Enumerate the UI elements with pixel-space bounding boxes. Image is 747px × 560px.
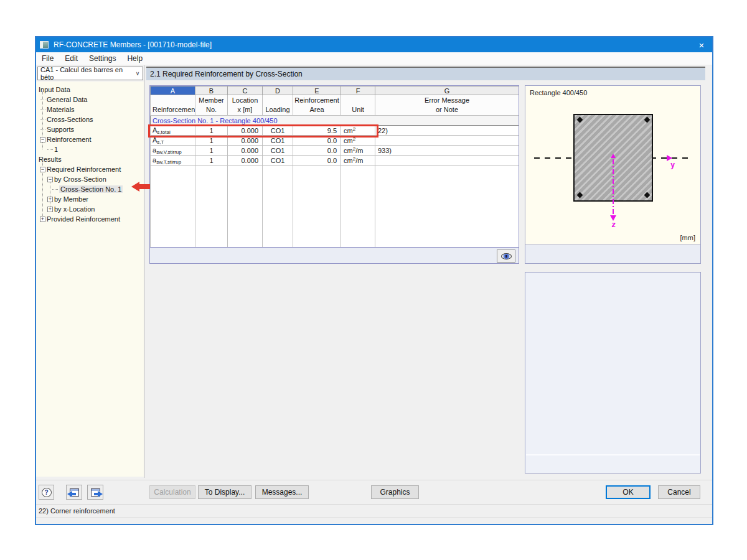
ok-button[interactable]: OK	[606, 485, 651, 499]
tree-stub	[40, 129, 45, 130]
close-icon: ×	[699, 40, 705, 50]
minus-icon[interactable]: −	[40, 137, 45, 142]
cell-note[interactable]	[375, 136, 519, 146]
table-row: asw,T,stirrup 1 0.000 CO1 0.0 cm2/m	[151, 156, 519, 166]
cell-area[interactable]: 0.0	[293, 146, 341, 156]
cell-loading[interactable]: CO1	[263, 156, 293, 166]
to-display-button[interactable]: To Display...	[198, 485, 251, 499]
tree-item-provided-reinforcement[interactable]: +Provided Reinforcement	[40, 214, 120, 224]
chevron-down-icon: ∨	[133, 70, 143, 77]
tree-stub	[40, 110, 45, 110]
tree-item-cross-sections[interactable]: Cross-Sections	[40, 114, 93, 124]
calculation-button[interactable]: Calculation	[149, 485, 195, 499]
unit-label: [mm]	[680, 234, 695, 241]
cell-area[interactable]: 0.0	[293, 156, 341, 166]
y-axis-label: y	[670, 161, 675, 169]
cell-member-no[interactable]: 1	[195, 156, 228, 166]
cell-member-no[interactable]: 1	[195, 146, 228, 156]
tree-item-required-reinforcement[interactable]: −Required Reinforcement	[40, 164, 121, 174]
tree-item-supports[interactable]: Supports	[40, 124, 74, 134]
cell-reinforcement-type[interactable]: asw,T,stirrup	[151, 156, 195, 166]
messages-button[interactable]: Messages...	[255, 485, 309, 499]
minus-icon[interactable]: −	[47, 177, 53, 182]
cell-note[interactable]: 933)	[375, 146, 519, 156]
graphic-title: Rectangle 400/450	[530, 89, 587, 96]
menu-help[interactable]: Help	[121, 53, 148, 64]
cell-unit[interactable]: cm2/m	[341, 146, 375, 156]
results-table-panel: A B C D E F G Reinforcement MemberNo. Lo…	[149, 85, 519, 264]
header-location: Locationx [m]	[228, 95, 263, 116]
tree-item-by-member[interactable]: +by Member	[47, 194, 88, 204]
title-bar: RF-CONCRETE Members - [001710-model-file…	[36, 37, 712, 52]
help-icon: ?	[42, 488, 52, 497]
menu-edit[interactable]: Edit	[59, 53, 83, 64]
design-case-value: CA1 - Calcul des barres en béto	[40, 66, 133, 81]
previous-window-button[interactable]	[66, 485, 82, 500]
help-button[interactable]: ?	[39, 485, 54, 500]
cell-note[interactable]	[375, 156, 519, 166]
column-header-e[interactable]: E	[293, 86, 341, 95]
tree-item-results[interactable]: Results	[39, 154, 62, 164]
section-title: 2.1 Required Reinforcement by Cross-Sect…	[150, 70, 303, 78]
menu-bar: File Edit Settings Help	[36, 52, 712, 65]
plus-icon[interactable]: +	[47, 207, 53, 212]
column-header-g[interactable]: G	[375, 86, 519, 95]
cell-location[interactable]: 0.000	[228, 156, 263, 166]
status-text: 22) Corner reinforcement	[39, 507, 115, 515]
tree-item-reinforcement-1[interactable]: 1	[47, 144, 58, 154]
selected-tree-label: Cross-Section No. 1	[59, 185, 123, 193]
table-footer-strip	[150, 247, 519, 264]
graphics-button[interactable]: Graphics	[371, 485, 419, 499]
annotation-arrow-tail	[139, 184, 150, 189]
annotation-arrow-icon	[131, 182, 139, 192]
menu-settings[interactable]: Settings	[83, 53, 121, 64]
status-bar: 22) Corner reinforcement	[36, 505, 712, 518]
centroid-arrow-icon	[611, 154, 616, 158]
tree-item-cross-section-no-1[interactable]: Cross-Section No. 1	[52, 184, 123, 194]
header-error-message: Error Messageor Note	[375, 95, 519, 116]
cell-reinforcement-type[interactable]: asw,V,stirrup	[151, 146, 195, 156]
column-header-c[interactable]: C	[228, 86, 263, 95]
tree-stub	[40, 119, 45, 120]
tree-item-general-data[interactable]: General Data	[40, 95, 87, 105]
tree-item-by-x-location[interactable]: +by x-Location	[47, 204, 95, 214]
plus-icon[interactable]: +	[47, 197, 53, 202]
tree-item-materials[interactable]: Materials	[40, 105, 75, 114]
column-header-b[interactable]: B	[195, 86, 228, 95]
panel-divider	[526, 454, 700, 455]
tree-stub	[52, 189, 58, 190]
design-case-selector[interactable]: CA1 - Calcul des barres en béto ∨	[37, 67, 143, 80]
view-button[interactable]	[497, 250, 515, 263]
header-reinforcement: Reinforcement	[151, 95, 195, 116]
menu-file[interactable]: File	[36, 53, 59, 64]
app-icon	[40, 41, 49, 49]
table-empty-area	[151, 166, 519, 248]
cell-unit[interactable]: cm2/m	[341, 156, 375, 166]
column-header-d[interactable]: D	[263, 86, 293, 95]
column-letter-row: A B C D E F G	[151, 86, 519, 95]
cell-location[interactable]: 0.000	[228, 146, 263, 156]
secondary-graphic-panel	[525, 272, 701, 474]
cell-loading[interactable]: CO1	[263, 146, 293, 156]
window-back-icon	[70, 488, 79, 497]
window-title: RF-CONCRETE Members - [001710-model-file…	[54, 40, 691, 49]
section-header: 2.1 Required Reinforcement by Cross-Sect…	[146, 67, 705, 80]
graphic-footer-strip	[525, 245, 700, 263]
close-button[interactable]: ×	[691, 37, 712, 52]
plus-icon[interactable]: +	[40, 217, 45, 222]
tree-item-reinforcement[interactable]: −Reinforcement	[40, 134, 92, 144]
minus-icon[interactable]: −	[40, 167, 45, 172]
next-window-button[interactable]	[87, 485, 103, 500]
column-header-f[interactable]: F	[341, 86, 375, 95]
tree-stub	[40, 100, 45, 100]
tree-item-input-data[interactable]: Input Data	[39, 85, 70, 95]
tree-stub	[47, 149, 53, 150]
cell-note[interactable]: 22)	[375, 126, 519, 136]
separator	[36, 480, 712, 480]
tree-item-by-cross-section[interactable]: −by Cross-Section	[47, 174, 106, 184]
z-axis-label: z	[611, 220, 616, 229]
cancel-button[interactable]: Cancel	[658, 485, 700, 499]
header-loading: Loading	[263, 95, 293, 116]
screen: RF-CONCRETE Members - [001710-model-file…	[0, 0, 747, 560]
column-header-a[interactable]: A	[151, 86, 195, 95]
